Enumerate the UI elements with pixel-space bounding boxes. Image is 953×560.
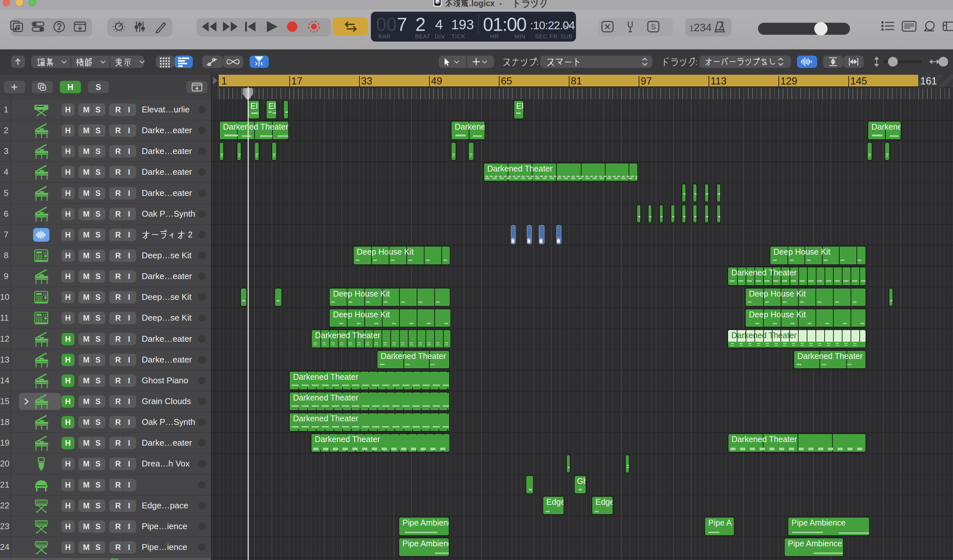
svg-text:S: S [651,23,656,31]
